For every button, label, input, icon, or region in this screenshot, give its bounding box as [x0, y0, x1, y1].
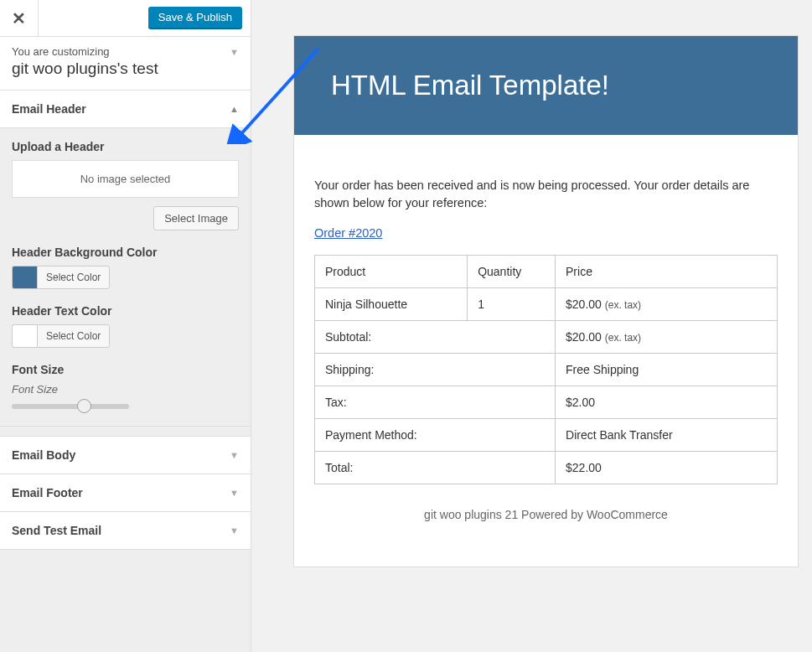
summary-value: $2.00: [556, 386, 778, 419]
slider-thumb[interactable]: [77, 399, 91, 413]
font-size-label: Font Size: [12, 363, 239, 376]
section-email-header[interactable]: Email Header ▲: [0, 91, 251, 128]
bg-color-picker: Select Color: [12, 266, 239, 289]
close-button[interactable]: ✕: [0, 0, 39, 36]
section-title: Email Footer: [12, 486, 83, 499]
table-header-row: Product Quantity Price: [315, 256, 778, 288]
preview-pane: HTML Email Template! Your order has been…: [251, 0, 812, 652]
email-preview: HTML Email Template! Your order has been…: [293, 35, 799, 567]
divider: [0, 427, 251, 437]
summary-label: Payment Method:: [315, 419, 556, 452]
close-icon: ✕: [12, 8, 26, 28]
header-image-placeholder: No image selected: [12, 160, 239, 198]
summary-value: Free Shipping: [556, 354, 778, 386]
col-price: Price: [556, 256, 778, 288]
customizing-label: You are customizing: [12, 45, 239, 58]
font-size-slider[interactable]: [12, 404, 129, 409]
table-row: Ninja Silhouette 1 $20.00 (ex. tax): [315, 288, 778, 321]
font-size-description: Font Size: [12, 383, 239, 396]
summary-label: Tax:: [315, 386, 556, 419]
email-footer-text: git woo plugins 21 Powered by WooCommerc…: [314, 484, 778, 541]
customizer-sidebar: ✕ Save & Publish ▼ You are customizing g…: [0, 0, 251, 652]
summary-value: $22.00: [556, 452, 778, 484]
section-title: Email Header: [12, 102, 86, 116]
summary-value: $20.00 (ex. tax): [556, 321, 778, 354]
summary-value: Direct Bank Transfer: [556, 419, 778, 452]
section-email-footer[interactable]: Email Footer ▼: [0, 474, 251, 512]
top-bar: ✕ Save & Publish: [0, 0, 251, 37]
col-product: Product: [315, 256, 468, 288]
save-publish-button[interactable]: Save & Publish: [148, 7, 242, 29]
select-image-button[interactable]: Select Image: [153, 206, 239, 230]
text-select-color-button[interactable]: Select Color: [37, 324, 110, 348]
site-title: git woo plugins's test: [12, 60, 239, 78]
summary-label: Subtotal:: [315, 321, 556, 354]
email-body-preview: Your order has been received and is now …: [294, 135, 798, 567]
bg-color-label: Header Background Color: [12, 246, 239, 259]
section-title: Email Body: [12, 448, 75, 462]
cell-price: $20.00 (ex. tax): [556, 288, 778, 321]
text-color-label: Header Text Color: [12, 304, 239, 318]
email-header-title: HTML Email Template!: [331, 70, 761, 101]
text-color-swatch[interactable]: [12, 324, 37, 348]
col-quantity: Quantity: [468, 256, 556, 288]
table-row: Total: $22.00: [315, 452, 778, 484]
top-spacer: [39, 0, 148, 36]
upload-header-label: Upload a Header: [12, 140, 239, 153]
section-title: Send Test Email: [12, 524, 101, 537]
chevron-down-icon: ▼: [230, 525, 239, 536]
chevron-down-icon: ▼: [230, 450, 239, 460]
cell-product: Ninja Silhouette: [315, 288, 468, 321]
email-header-preview: HTML Email Template!: [294, 36, 798, 135]
bg-color-swatch[interactable]: [12, 266, 37, 289]
chevron-down-icon: ▼: [230, 488, 239, 498]
cell-quantity: 1: [468, 288, 556, 321]
section-email-body[interactable]: Email Body ▼: [0, 437, 251, 474]
summary-label: Shipping:: [315, 354, 556, 386]
table-row: Subtotal: $20.00 (ex. tax): [315, 321, 778, 354]
order-link[interactable]: Order #2020: [314, 226, 382, 240]
intro-text: Your order has been received and is now …: [314, 177, 778, 212]
summary-label: Total:: [315, 452, 556, 484]
email-header-panel: Upload a Header No image selected Select…: [0, 128, 251, 427]
table-row: Payment Method: Direct Bank Transfer: [315, 419, 778, 452]
chevron-up-icon: ▲: [230, 104, 239, 114]
chevron-down-icon: ▼: [230, 47, 239, 57]
bg-select-color-button[interactable]: Select Color: [37, 266, 110, 289]
order-table: Product Quantity Price Ninja Silhouette …: [314, 255, 778, 484]
table-row: Shipping: Free Shipping: [315, 354, 778, 386]
text-color-picker: Select Color: [12, 324, 239, 348]
section-send-test-email[interactable]: Send Test Email ▼: [0, 512, 251, 550]
table-row: Tax: $2.00: [315, 386, 778, 419]
customizing-info: ▼ You are customizing git woo plugins's …: [0, 37, 251, 91]
